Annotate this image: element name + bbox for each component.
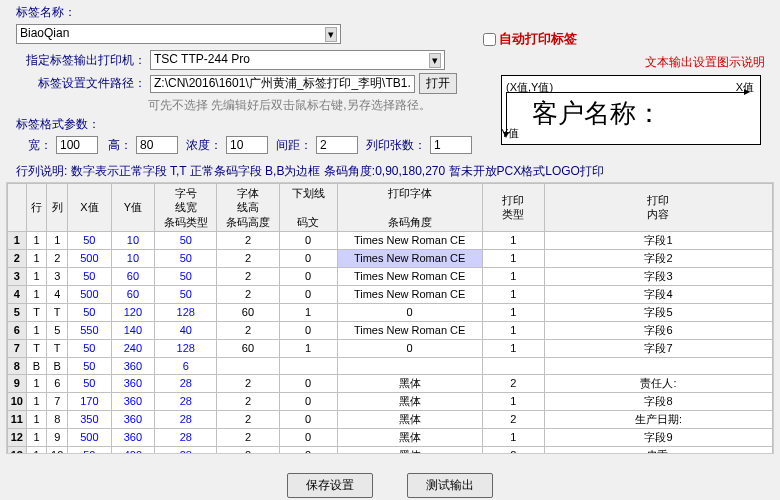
table-cell[interactable]: 0 (337, 303, 482, 321)
table-cell[interactable]: 0 (279, 321, 337, 339)
table-row[interactable]: 414500605020Times New Roman CE1字段4 (8, 285, 773, 303)
table-cell[interactable]: 1 (279, 339, 337, 357)
table-cell[interactable]: 1 (26, 267, 47, 285)
table-cell[interactable]: 1 (482, 339, 544, 357)
table-cell[interactable]: 60 (217, 303, 279, 321)
table-cell[interactable]: 2 (217, 231, 279, 249)
table-cell[interactable]: 0 (279, 446, 337, 454)
copies-input[interactable] (430, 136, 472, 154)
table-cell[interactable]: 60 (111, 285, 155, 303)
table-cell[interactable]: 550 (68, 321, 112, 339)
table-cell[interactable]: 2 (8, 249, 27, 267)
table-cell[interactable]: 皮重: (544, 446, 772, 454)
tagname-dropdown[interactable]: BiaoQian (16, 24, 341, 44)
table-cell[interactable]: 240 (111, 339, 155, 357)
table-cell[interactable]: Times New Roman CE (337, 321, 482, 339)
table-cell[interactable]: 4 (47, 285, 68, 303)
table-cell[interactable]: T (47, 303, 68, 321)
table-cell[interactable] (544, 357, 772, 374)
table-row[interactable]: 916503602820黑体2责任人: (8, 374, 773, 392)
test-output-button[interactable]: 测试输出 (407, 473, 493, 498)
table-cell[interactable]: 1 (482, 321, 544, 339)
table-row[interactable]: 10171703602820黑体1字段8 (8, 392, 773, 410)
table-cell[interactable]: 1 (482, 231, 544, 249)
table-cell[interactable]: 1 (482, 392, 544, 410)
table-cell[interactable]: 字段9 (544, 428, 772, 446)
table-cell[interactable]: 1 (482, 249, 544, 267)
table-cell[interactable]: 2 (217, 410, 279, 428)
table-cell[interactable]: 2 (217, 392, 279, 410)
density-input[interactable] (226, 136, 268, 154)
table-cell[interactable]: 9 (8, 374, 27, 392)
table-cell[interactable]: 2 (217, 428, 279, 446)
table-cell[interactable]: 0 (279, 231, 337, 249)
table-cell[interactable]: 黑体 (337, 392, 482, 410)
table-cell[interactable]: 60 (217, 339, 279, 357)
table-cell[interactable]: 字段5 (544, 303, 772, 321)
table-cell[interactable]: Times New Roman CE (337, 231, 482, 249)
table-cell[interactable]: 28 (155, 428, 217, 446)
table-cell[interactable]: 3 (8, 267, 27, 285)
table-cell[interactable]: 50 (155, 285, 217, 303)
height-input[interactable] (136, 136, 178, 154)
table-cell[interactable]: 9 (47, 428, 68, 446)
gap-input[interactable] (316, 136, 358, 154)
table-cell[interactable]: 60 (111, 267, 155, 285)
table-cell[interactable]: 11 (8, 410, 27, 428)
table-cell[interactable]: 28 (155, 446, 217, 454)
table-cell[interactable]: 13 (8, 446, 27, 454)
table-cell[interactable]: 1 (482, 303, 544, 321)
table-cell[interactable]: 字段6 (544, 321, 772, 339)
table-cell[interactable]: 1 (26, 374, 47, 392)
table-cell[interactable]: 2 (217, 374, 279, 392)
table-cell[interactable]: 2 (482, 374, 544, 392)
table-cell[interactable]: 2 (217, 267, 279, 285)
configpath-input[interactable] (150, 75, 415, 93)
table-cell[interactable]: 0 (279, 392, 337, 410)
table-cell[interactable]: 12 (8, 428, 27, 446)
table-cell[interactable]: 责任人: (544, 374, 772, 392)
table-cell[interactable]: 黑体 (337, 428, 482, 446)
table-row[interactable]: 31350605020Times New Roman CE1字段3 (8, 267, 773, 285)
table-cell[interactable]: 7 (47, 392, 68, 410)
table-cell[interactable]: 350 (68, 410, 112, 428)
table-cell[interactable]: 128 (155, 303, 217, 321)
table-cell[interactable] (482, 357, 544, 374)
table-cell[interactable]: T (26, 339, 47, 357)
open-button[interactable]: 打开 (419, 73, 457, 94)
table-cell[interactable]: 10 (111, 231, 155, 249)
table-cell[interactable]: 2 (47, 249, 68, 267)
table-cell[interactable]: T (47, 339, 68, 357)
table-cell[interactable]: 字段2 (544, 249, 772, 267)
table-cell[interactable]: 1 (26, 446, 47, 454)
table-cell[interactable]: 0 (279, 374, 337, 392)
table-cell[interactable]: 360 (111, 374, 155, 392)
table-cell[interactable]: 500 (68, 428, 112, 446)
table-cell[interactable]: 28 (155, 392, 217, 410)
table-cell[interactable]: 5 (47, 321, 68, 339)
table-cell[interactable]: 50 (68, 267, 112, 285)
table-cell[interactable]: 黑体 (337, 446, 482, 454)
table-cell[interactable]: 3 (47, 267, 68, 285)
table-cell[interactable]: 7 (8, 339, 27, 357)
table-cell[interactable]: 1 (26, 410, 47, 428)
table-cell[interactable]: 0 (337, 339, 482, 357)
table-cell[interactable]: 50 (68, 339, 112, 357)
table-cell[interactable]: 40 (155, 321, 217, 339)
table-cell[interactable]: B (47, 357, 68, 374)
table-cell[interactable]: 8 (8, 357, 27, 374)
table-cell[interactable]: 黑体 (337, 374, 482, 392)
table-cell[interactable]: 2 (482, 446, 544, 454)
table-cell[interactable]: 50 (68, 303, 112, 321)
table-cell[interactable]: 6 (155, 357, 217, 374)
table-cell[interactable]: 8 (47, 410, 68, 428)
table-cell[interactable]: 1 (482, 267, 544, 285)
table-cell[interactable]: 1 (26, 231, 47, 249)
table-row[interactable]: 7TT5024012860101字段7 (8, 339, 773, 357)
table-cell[interactable]: Times New Roman CE (337, 285, 482, 303)
table-cell[interactable]: 生产日期: (544, 410, 772, 428)
table-cell[interactable]: 50 (68, 374, 112, 392)
table-cell[interactable] (217, 357, 279, 374)
table-cell[interactable]: 120 (111, 303, 155, 321)
table-cell[interactable]: 10 (47, 446, 68, 454)
